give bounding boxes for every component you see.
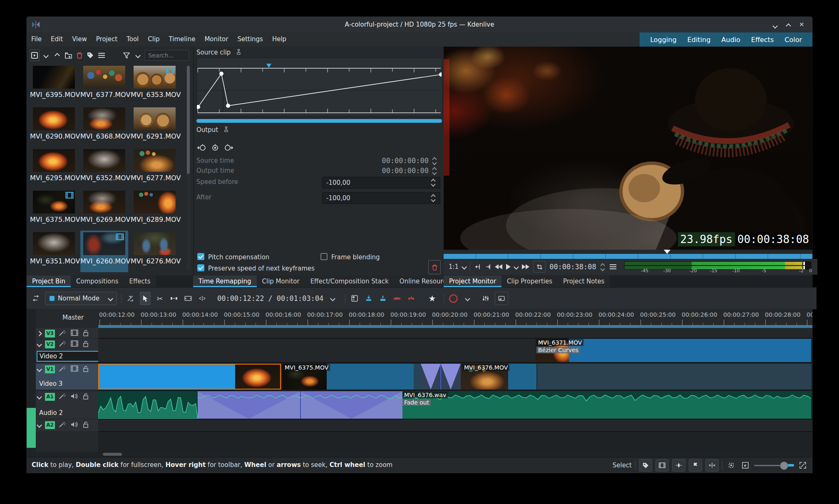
tab-project-notes[interactable]: Project Notes xyxy=(558,276,610,287)
timecode-chevron-icon[interactable] xyxy=(328,292,338,305)
subtitle-icon[interactable] xyxy=(495,292,508,305)
lock-icon[interactable] xyxy=(83,393,91,400)
track-badge[interactable]: A1 xyxy=(45,393,55,401)
collapse-icon[interactable] xyxy=(37,394,42,400)
show-tags-icon[interactable] xyxy=(639,459,652,472)
track-badge[interactable]: V2 xyxy=(45,340,55,348)
workspace-editing[interactable]: Editing xyxy=(683,34,715,46)
record-chevron-icon[interactable] xyxy=(462,292,472,305)
timeline-mix-transition[interactable] xyxy=(421,364,461,390)
timeline-clip-sliver[interactable] xyxy=(414,364,421,390)
record-icon[interactable] xyxy=(448,292,458,305)
effects-wand-icon[interactable] xyxy=(59,365,67,373)
bin-clip[interactable]: MVI_6375.MOV xyxy=(30,189,78,231)
search-input[interactable]: Search... xyxy=(144,50,189,61)
checkbox-unchecked-icon[interactable] xyxy=(320,253,328,260)
tag-icon[interactable] xyxy=(86,50,95,61)
keyframe-add-icon[interactable] xyxy=(211,143,221,152)
show-markers-icon[interactable] xyxy=(689,459,702,472)
keyframe-next-icon[interactable] xyxy=(224,143,234,152)
track-target-icon[interactable] xyxy=(31,292,41,305)
chevron-down-icon[interactable] xyxy=(42,50,51,61)
overwrite-zone-icon[interactable] xyxy=(378,292,388,305)
monitor-playhead[interactable] xyxy=(664,250,670,254)
bin-clip[interactable]: MVI_6395.MOV xyxy=(30,64,78,106)
menu-monitor[interactable]: Monitor xyxy=(200,32,233,46)
bin-clip[interactable]: MVI_6351.MOV xyxy=(30,231,78,272)
track-badge[interactable]: V3 xyxy=(45,330,55,338)
track-lane-a2[interactable] xyxy=(98,420,812,432)
video-thumb-icon[interactable] xyxy=(71,330,79,337)
zoom-zone-icon[interactable] xyxy=(740,460,751,471)
monitor-menu-icon[interactable] xyxy=(610,261,616,272)
selection-tool-icon[interactable] xyxy=(140,292,151,305)
zone-out-icon[interactable] xyxy=(484,261,491,272)
zoom-expand-icon[interactable] xyxy=(797,460,808,471)
tab-time-remapping[interactable]: Time Remapping xyxy=(193,276,257,287)
create-folder-icon[interactable] xyxy=(64,50,73,61)
timeline-clip-v1-4[interactable] xyxy=(537,364,811,390)
collapse-icon[interactable] xyxy=(37,342,42,347)
slip-tool-icon[interactable] xyxy=(183,292,193,305)
track-header-a1[interactable]: A1 Audio 2 xyxy=(36,391,98,419)
slider-knob[interactable] xyxy=(780,462,788,470)
timeline-zoom-slider[interactable] xyxy=(754,462,794,469)
tab-clip-monitor[interactable]: Clip Monitor xyxy=(257,276,305,287)
spinner-icon[interactable] xyxy=(432,166,438,175)
track-lane-a1[interactable]: MVI_6376.wav Fade out xyxy=(98,391,812,420)
frame-blending-option[interactable]: Frame blending xyxy=(320,253,412,261)
zoom-fit-icon[interactable] xyxy=(726,460,737,471)
extract-zone-icon[interactable] xyxy=(392,292,402,305)
bin-clip[interactable]: MVI_6276.MOV xyxy=(131,231,179,272)
track-lane-v3[interactable] xyxy=(98,328,812,339)
tab-project-monitor[interactable]: Project Monitor xyxy=(444,276,501,287)
master-button[interactable]: Master xyxy=(62,314,84,321)
bin-scrollbar[interactable] xyxy=(186,65,190,271)
bin-clip[interactable]: MVI_6289.MOV xyxy=(131,189,179,231)
video-thumb-icon[interactable] xyxy=(71,365,79,373)
track-header-v3[interactable]: V3 xyxy=(36,328,98,338)
timecode-spinner[interactable] xyxy=(600,261,606,272)
bin-clip[interactable]: MVI_6260.MOV xyxy=(80,231,128,272)
menu-clip[interactable]: Clip xyxy=(143,32,164,46)
bin-clip[interactable]: MVI_6377.MOV xyxy=(80,64,128,106)
scrollbar-thumb[interactable] xyxy=(103,453,122,456)
monitor-seekbar[interactable] xyxy=(444,254,812,259)
delete-keyframes-button[interactable] xyxy=(428,260,441,274)
audio-target-indicator[interactable] xyxy=(27,408,36,448)
source-time-value[interactable]: 00:00:00:00 xyxy=(382,156,429,165)
play-icon[interactable] xyxy=(506,261,511,272)
close-button[interactable]: ✕ xyxy=(799,22,806,27)
track-header-a2[interactable]: A2 xyxy=(36,420,98,431)
speed-before-input[interactable]: -100,00 xyxy=(322,177,440,189)
lock-icon[interactable] xyxy=(83,421,91,429)
menu-tool[interactable]: Tool xyxy=(122,32,143,46)
track-badge[interactable]: V1 xyxy=(45,365,55,373)
tab-project-bin[interactable]: Project Bin xyxy=(27,276,71,287)
lift-zone-icon[interactable] xyxy=(406,292,416,305)
monitor-zoom-level[interactable]: 1:1 xyxy=(449,261,459,272)
maximize-button[interactable] xyxy=(787,22,793,27)
zone-mode-icon[interactable] xyxy=(533,261,546,273)
track-name-input[interactable]: Video 2 xyxy=(37,351,101,362)
tab-effect-composition-stack[interactable]: Effect/Composition Stack xyxy=(305,276,394,287)
lock-icon[interactable] xyxy=(83,340,91,348)
tab-clip-properties[interactable]: Clip Properties xyxy=(501,276,558,287)
mix-clips-icon[interactable] xyxy=(126,292,136,305)
menu-settings[interactable]: Settings xyxy=(233,32,268,46)
show-video-thumbs-icon[interactable] xyxy=(655,459,669,472)
zone-in-icon[interactable] xyxy=(474,261,481,272)
track-lane-v1[interactable]: MVI_6375.MOV MVI_6376.MOV xyxy=(98,364,812,390)
speaker-icon[interactable] xyxy=(71,393,79,400)
track-badge[interactable]: A2 xyxy=(45,421,55,429)
remap-zoom-bar[interactable] xyxy=(196,119,442,123)
lock-icon[interactable] xyxy=(83,330,91,337)
collapse-icon[interactable] xyxy=(37,422,42,428)
ripple-tool-icon[interactable] xyxy=(197,292,207,305)
menu-project[interactable]: Project xyxy=(92,32,122,46)
tab-effects[interactable]: Effects xyxy=(124,276,156,287)
keyframe-curve-editor[interactable] xyxy=(196,57,443,117)
spacer-tool-icon[interactable] xyxy=(169,292,179,305)
insert-zone-icon[interactable] xyxy=(364,292,374,305)
rewind-icon[interactable] xyxy=(495,261,502,272)
